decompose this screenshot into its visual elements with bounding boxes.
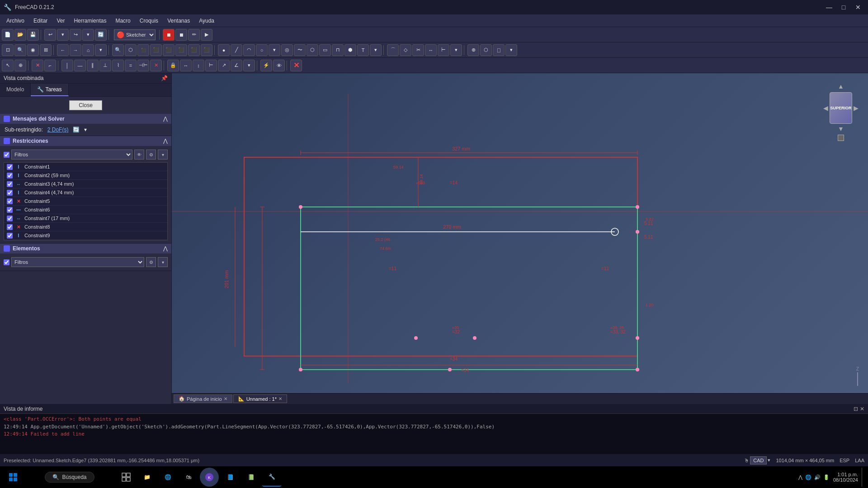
- elementos-header[interactable]: Elementos ⋀: [0, 244, 171, 253]
- constrain-radius[interactable]: ↗: [218, 60, 230, 71]
- constrain-block[interactable]: ✕: [150, 60, 162, 71]
- view-bottom-btn[interactable]: ⬛: [188, 44, 200, 56]
- redo-button[interactable]: ↪: [70, 29, 81, 41]
- c5-checkbox[interactable]: [7, 198, 13, 204]
- carbon-btn[interactable]: ⬡: [480, 44, 492, 56]
- search-taskbar-button[interactable]: 🔍 Búsqueda: [24, 468, 115, 487]
- constrain-h-dist[interactable]: ↔: [180, 60, 192, 71]
- stop-button[interactable]: ⏹: [163, 29, 175, 41]
- constraint-item[interactable]: ↔ Constraint7 (17 mm): [4, 214, 167, 223]
- log-undock-btn[interactable]: ⊡: [854, 406, 858, 412]
- constrain-v-dist[interactable]: ↕: [193, 60, 204, 71]
- c6-checkbox[interactable]: [7, 207, 13, 213]
- c1-checkbox[interactable]: [7, 164, 13, 170]
- elementos-filter-dropdown[interactable]: Filtros: [11, 257, 144, 267]
- maximize-button[interactable]: □: [837, 3, 850, 12]
- log-close-btn[interactable]: ✕: [860, 406, 864, 412]
- line-btn[interactable]: ╱: [231, 44, 242, 56]
- show-desktop-btn[interactable]: [862, 468, 864, 487]
- menu-ver[interactable]: Ver: [52, 16, 69, 26]
- store-button[interactable]: 🛍: [179, 468, 198, 487]
- spline-btn[interactable]: 〜: [294, 44, 306, 56]
- word-button[interactable]: 📘: [221, 468, 240, 487]
- refresh-icon[interactable]: 🔄: [73, 127, 80, 133]
- select-assoc[interactable]: ⊕: [14, 60, 26, 71]
- menu-croquis[interactable]: Croquis: [135, 16, 163, 26]
- solver-section-header[interactable]: Mensajes del Solver ⋀: [0, 114, 171, 124]
- constraint-item[interactable]: I Constraint4 (4,74 mm): [4, 188, 167, 197]
- restricciones-header[interactable]: Restricciones ⋀: [0, 136, 171, 146]
- chamfer-btn[interactable]: ◇: [400, 44, 411, 56]
- view-box-btn[interactable]: ◉: [27, 44, 39, 56]
- text-btn[interactable]: T: [357, 44, 369, 56]
- view-drop-btn[interactable]: ▾: [95, 44, 107, 56]
- rect-btn[interactable]: ▭: [319, 44, 331, 56]
- c9-checkbox[interactable]: [7, 233, 13, 239]
- menu-ayuda[interactable]: Ayuda: [194, 16, 219, 26]
- elementos-collapse-icon[interactable]: ⋀: [163, 245, 168, 252]
- point-btn[interactable]: ●: [218, 44, 230, 56]
- constraint-item[interactable]: ↔ Constraint3 (4,74 mm): [4, 180, 167, 188]
- menu-macro[interactable]: Macro: [111, 16, 135, 26]
- open-file-button[interactable]: 📂: [14, 29, 26, 41]
- slot-btn[interactable]: ⊓: [332, 44, 344, 56]
- constrain-angle[interactable]: ∠: [231, 60, 242, 71]
- c7-checkbox[interactable]: [7, 216, 13, 221]
- view-top-btn[interactable]: ⬛: [150, 44, 162, 56]
- c2-checkbox[interactable]: [7, 173, 13, 178]
- elementos-settings-btn[interactable]: ⚙: [146, 257, 156, 267]
- chrome-button[interactable]: 🌐: [158, 468, 177, 487]
- refresh-button[interactable]: 🔄: [95, 29, 107, 41]
- constrain-vertical[interactable]: │: [61, 60, 73, 71]
- sketch-close-x[interactable]: ✕: [290, 60, 302, 71]
- freecad-button[interactable]: 🔧: [262, 468, 281, 487]
- undo-dropdown[interactable]: ▾: [57, 29, 69, 41]
- circle-drop[interactable]: ▾: [269, 44, 280, 56]
- filter-checkbox[interactable]: [4, 152, 9, 158]
- nav-back-btn[interactable]: ←: [57, 44, 69, 56]
- constrain-equal[interactable]: =: [125, 60, 137, 71]
- tab-modelo[interactable]: Modelo: [0, 84, 31, 96]
- tab-homepage[interactable]: 🏠 Página de inicio ✕: [174, 394, 232, 403]
- battery-icon[interactable]: 🔋: [823, 474, 830, 480]
- zoom-magnify-btn[interactable]: 🔍: [112, 44, 124, 56]
- constrain-more[interactable]: ▾: [243, 60, 255, 71]
- menu-herramientas[interactable]: Herramientas: [69, 16, 111, 26]
- tab-unnamed[interactable]: 📐 Unnamed : 1* ✕: [233, 394, 287, 403]
- external-btn[interactable]: ⊕: [467, 44, 479, 56]
- more-draw[interactable]: ▾: [370, 44, 382, 56]
- extend-btn[interactable]: ↔: [425, 44, 437, 56]
- github-button[interactable]: K: [200, 468, 219, 487]
- edit-button[interactable]: ✏: [188, 29, 200, 41]
- toggle-active[interactable]: 👁: [273, 60, 285, 71]
- constrain-point-on[interactable]: ⌐: [44, 60, 56, 71]
- filter-dropdown[interactable]: Filtros: [11, 150, 132, 160]
- dof-dropdown-icon[interactable]: ▾: [84, 127, 87, 133]
- elementos-more-btn[interactable]: ▾: [158, 257, 168, 267]
- unnamed-tab-close[interactable]: ✕: [278, 396, 282, 401]
- redo-dropdown[interactable]: ▾: [82, 29, 94, 41]
- select-btn[interactable]: ↖: [2, 60, 14, 71]
- taskview-button[interactable]: [117, 468, 136, 487]
- constrain-dist[interactable]: ⊢: [205, 60, 217, 71]
- minimize-button[interactable]: —: [823, 3, 835, 12]
- view-fit-btn[interactable]: ⊡: [2, 44, 14, 56]
- constraint-item[interactable]: I Constraint2 (59 mm): [4, 171, 167, 180]
- clock[interactable]: 1:01 p.m. 08/10/2024: [833, 472, 858, 483]
- poly-btn[interactable]: ⬢: [344, 44, 356, 56]
- constraint-item[interactable]: ✕ Constraint8: [4, 223, 167, 231]
- c3-checkbox[interactable]: [7, 181, 13, 187]
- view-right-btn[interactable]: ⬛: [163, 44, 175, 56]
- view-left-btn[interactable]: ⬛: [175, 44, 187, 56]
- excel-button[interactable]: 📗: [241, 468, 260, 487]
- constrain-perpendicular[interactable]: ⊥: [99, 60, 111, 71]
- sidebar-pin-icon[interactable]: 📌: [161, 75, 168, 81]
- tab-tareas[interactable]: 🔧 Tareas: [31, 84, 68, 96]
- constrain-horizontal[interactable]: —: [74, 60, 86, 71]
- home-tab-close[interactable]: ✕: [224, 396, 227, 401]
- view-isometric-btn[interactable]: ⬡: [125, 44, 137, 56]
- constrain-tangent[interactable]: ⌇: [112, 60, 124, 71]
- filter-eye-btn[interactable]: 👁: [134, 150, 144, 160]
- view-sel-btn[interactable]: ⊞: [40, 44, 52, 56]
- nav-home-indicator[interactable]: [838, 135, 844, 141]
